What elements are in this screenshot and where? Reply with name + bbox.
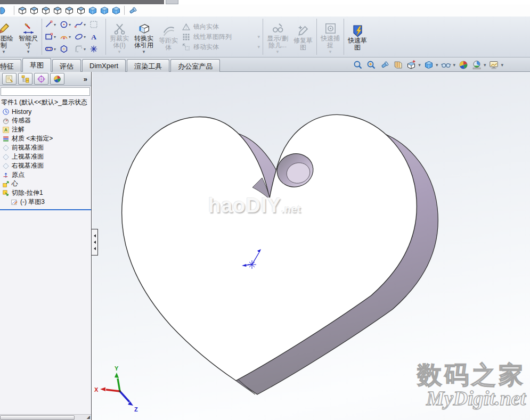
zoom-to-area-icon[interactable] [366, 60, 377, 70]
move-entities-button[interactable]: 移动实体 ▾ [181, 42, 262, 52]
dropdown-arrow-icon[interactable]: ▾ [329, 50, 332, 54]
tree-item-material[interactable]: 材质 <未指定> [0, 134, 91, 143]
view-top-cube-icon[interactable] [63, 5, 75, 16]
panel-collapse-handle[interactable] [92, 229, 98, 256]
graphics-viewport[interactable]: Y X Z haoDIY.net 数码之家 MyDigit.net [92, 72, 530, 420]
selection-box-icon-button[interactable] [89, 19, 103, 31]
dropdown-arrow-icon[interactable]: ▾ [143, 50, 145, 54]
tree-item-sensors[interactable]: 传感器 [0, 116, 91, 125]
apply-scene-icon[interactable] [471, 60, 482, 70]
sketch-fillet-icon-button[interactable]: ▾ [74, 43, 88, 55]
fm-designtree-icon[interactable] [2, 73, 17, 85]
command-tab-DimXpert[interactable]: DimXpert [82, 59, 126, 72]
view-bottom-cube-icon[interactable] [75, 5, 87, 16]
corner-rectangle-icon-button[interactable]: ▾ [44, 31, 59, 43]
view-orientation-icon[interactable] [406, 60, 417, 70]
dropdown-arrow-icon[interactable]: ▾ [54, 47, 59, 52]
view-isometric-cube-icon[interactable] [87, 5, 99, 16]
command-tab-办公室产品[interactable]: 办公室产品 [170, 59, 220, 72]
smart-dimension-icon [22, 22, 35, 35]
rapid-sketch-button[interactable]: 快速草图 [345, 22, 370, 51]
display-style-icon[interactable] [423, 60, 434, 70]
command-tab-bar: 特征草图评估DimXpert渲染工具办公室产品 ▾▾▾▾▾ [0, 57, 530, 72]
zoom-to-fit-icon[interactable] [353, 60, 363, 70]
line-icon-button[interactable]: ▾ [44, 19, 59, 31]
command-tab-评估[interactable]: 评估 [52, 59, 81, 72]
smart-dimension-button[interactable]: 智能尺寸 ▾ [16, 20, 40, 54]
display-delete-relations-button[interactable]: 显示/删除几... ▾ [264, 20, 291, 54]
tree-item-front-plane[interactable]: 前视基准面 [0, 143, 91, 152]
scrollbar-thumb[interactable] [0, 415, 75, 420]
hide-show-items-icon[interactable] [441, 60, 451, 70]
straight-slot-icon-button[interactable]: ▾ [44, 43, 59, 55]
previous-view-flashlight-icon[interactable] [127, 5, 138, 16]
view-back-cube-icon[interactable] [28, 5, 40, 16]
feature-tree-filter-input[interactable] [1, 87, 90, 96]
view-left-cube-icon[interactable] [40, 5, 52, 16]
trim-entities-button[interactable]: 剪裁实体(I) ▾ [107, 20, 132, 54]
tree-item-right-plane[interactable]: 右视基准面 [0, 161, 91, 170]
view-front-cube-icon[interactable] [17, 5, 28, 16]
point-icon-button[interactable] [89, 43, 103, 55]
view-right-cube-icon[interactable] [52, 5, 63, 16]
command-tab-渲染工具[interactable]: 渲染工具 [127, 59, 169, 72]
previous-view-icon[interactable] [379, 60, 390, 70]
tree-item-annotations[interactable]: A注解 [0, 125, 91, 134]
mirror-entities-button[interactable]: 镜向实体 [181, 22, 262, 32]
panel-overflow-chevron[interactable]: » [84, 75, 89, 83]
tree-item-history[interactable]: History [0, 107, 91, 116]
dropdown-arrow-icon[interactable]: ▾ [418, 62, 421, 68]
circle-icon-button[interactable]: ▾ [59, 19, 74, 31]
tree-item-label: 切除-拉伸1 [12, 188, 43, 197]
dropdown-arrow-icon[interactable]: ▾ [69, 22, 74, 27]
view-settings-icon[interactable] [488, 60, 499, 70]
quick-snaps-button[interactable]: 快速捕捉 ▾ [318, 20, 343, 54]
command-tab-特征[interactable]: 特征 [0, 59, 21, 72]
dropdown-arrow-icon[interactable]: ▾ [54, 35, 59, 39]
repair-sketch-button[interactable]: 修复草图 [291, 22, 315, 51]
tree-item-heart[interactable]: 心 [0, 179, 91, 188]
text-icon-button[interactable]: A [89, 31, 103, 43]
tree-item-top-plane[interactable]: 上视基准面 [0, 152, 91, 161]
fm-propertymanager-icon[interactable] [18, 73, 32, 85]
dropdown-arrow-icon[interactable]: ▾ [453, 62, 455, 68]
spline-icon-button[interactable]: ▾ [74, 19, 88, 31]
dropdown-arrow-icon[interactable]: ▾ [501, 62, 503, 68]
linear-sketch-pattern-button[interactable]: 线性草图阵列 ▾ [181, 32, 262, 42]
tree-item-sketch3[interactable]: (-) 草图3 [0, 197, 91, 207]
rollback-bar[interactable] [0, 209, 91, 210]
dropdown-arrow-icon[interactable]: ▾ [84, 22, 88, 27]
dropdown-arrow-icon[interactable]: ▾ [436, 62, 438, 68]
dropdown-arrow-icon[interactable]: ▾ [118, 50, 121, 54]
panel-horizontal-scrollbar[interactable]: ◢ [0, 414, 91, 420]
dropdown-arrow-icon[interactable]: ▾ [84, 35, 88, 39]
view-trimetric-cube-icon[interactable] [99, 5, 110, 16]
orientation-partial-icon[interactable] [0, 5, 12, 16]
dropdown-arrow-icon[interactable]: ▾ [257, 44, 262, 50]
ellipse-icon-button[interactable]: ▾ [74, 31, 88, 43]
command-tab-草图[interactable]: 草图 [22, 58, 51, 72]
tree-root-part[interactable]: 零件1 (默认<<默认>_显示状态 [0, 98, 91, 107]
tree-item-origin[interactable]: 原点 [0, 170, 91, 179]
convert-entities-button[interactable]: 转换实体引用 ▾ [132, 20, 156, 54]
view-dimetric-cube-icon[interactable] [110, 5, 122, 16]
fm-configurationmanager-icon[interactable] [34, 73, 48, 85]
dropdown-arrow-icon[interactable]: ▾ [54, 22, 59, 27]
dropdown-arrow-icon[interactable]: ▾ [69, 35, 74, 39]
dropdown-arrow-icon[interactable]: ▾ [3, 50, 5, 54]
dropdown-arrow-icon[interactable]: ▾ [257, 34, 262, 39]
dropdown-arrow-icon[interactable]: ▾ [276, 50, 279, 54]
edit-appearance-icon[interactable] [458, 60, 469, 70]
scrollbar-arrow-icon[interactable]: ◢ [87, 415, 90, 419]
dropdown-arrow-icon[interactable]: ▾ [27, 50, 30, 54]
tree-item-cut-extrude1[interactable]: 切除-拉伸1 [0, 188, 91, 197]
centerpoint-arc-icon-button[interactable]: ▾ [59, 31, 74, 43]
dropdown-arrow-icon[interactable]: ▾ [484, 62, 486, 68]
polygon-icon-button[interactable] [59, 43, 74, 55]
sketch-draw-button[interactable]: 草图绘制 ▾ [0, 20, 16, 54]
collapse-arrow-icon [94, 234, 96, 237]
section-view-icon[interactable] [393, 60, 403, 70]
offset-entities-button[interactable]: 等距实体 [156, 22, 181, 51]
fm-displaymanager-icon[interactable] [50, 73, 64, 85]
dropdown-arrow-icon[interactable]: ▾ [84, 47, 88, 52]
